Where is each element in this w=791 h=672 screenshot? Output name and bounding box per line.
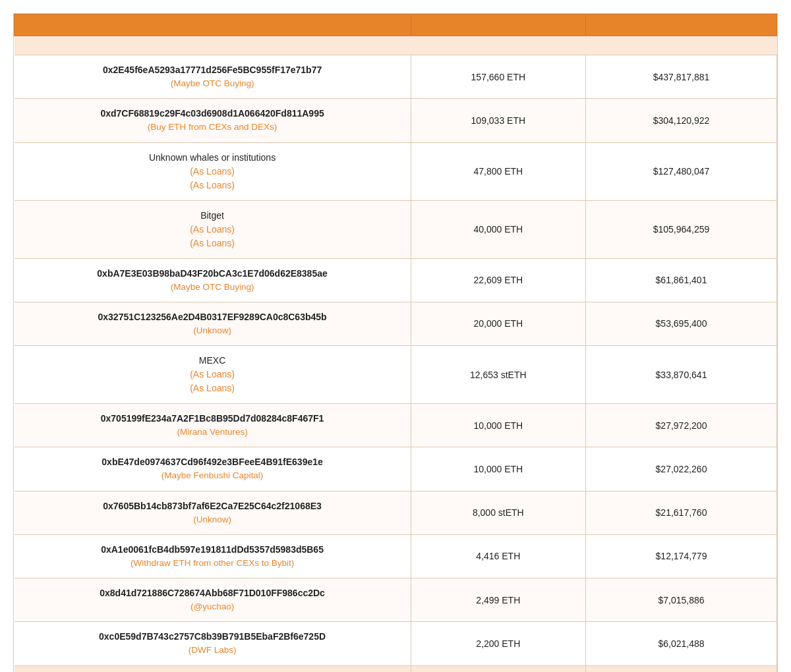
amount-cell: 10,000 ETH (411, 447, 585, 491)
table-row: 0xbE47de0974637Cd96f492e3BFeeE4B91fE639e… (15, 447, 777, 491)
table-row: Bitget(As Loans)(As Loans)40,000 ETH$105… (15, 200, 777, 258)
table-row: 0xbA7E3E03B98baD43F20bCA3c1E7d06d62E8385… (15, 258, 777, 302)
entity-address: 0xc0E59d7B743c2757C8b39B791B5EbaF2Bf6e72… (28, 630, 397, 644)
value-cell: $127,480,047 (586, 142, 777, 200)
amount-cell: 12,653 stETH (411, 346, 585, 404)
table-row: 0x32751C123256Ae2D4B0317EF9289CA0c8C63b4… (15, 302, 777, 345)
entity-label-inline: (As Loans) (190, 180, 235, 190)
value-cell: $12,174,779 (586, 534, 777, 578)
entity-name: Bitget (28, 209, 397, 223)
entity-cell: 0x2E45f6eA5293a17771d256Fe5BC955fF17e71b… (15, 55, 411, 99)
entity-cell: Bitget(As Loans)(As Loans) (15, 200, 411, 258)
entity-label: (Buy ETH from CEXs and DEXs) (28, 121, 397, 134)
entity-cell: Total (15, 665, 411, 672)
entity-label: (Maybe OTC Buying) (28, 77, 397, 90)
entity-cell: 0xd7CF68819c29F4c03d6908d1A066420Fd811A9… (15, 99, 411, 142)
amount-cell: 47,800 ETH (411, 142, 585, 200)
entity-cell: 0x8d41d721886C728674Abb68F71D010FF986cc2… (15, 578, 411, 622)
value-cell: $6,021,488 (586, 622, 777, 665)
amount-cell: 2,499 ETH (411, 578, 585, 622)
value-cell: $27,972,200 (586, 404, 777, 447)
entity-cell: 0xA1e0061fcB4db597e191811dDd5357d5983d5B… (15, 534, 411, 578)
entity-label-inline: (As Loans) (190, 383, 235, 393)
table-row: 0xd7CF68819c29F4c03d6908d1A066420Fd811A9… (15, 99, 777, 142)
amount-cell: 109,033 ETH (411, 99, 585, 142)
amount-cell: 40,000 ETH (411, 200, 585, 258)
value-cell: $105,964,259 (586, 200, 777, 258)
entity-cell: 0x705199fE234a7A2F1Bc8B95Dd7d08284c8F467… (15, 404, 411, 447)
table-row: 0xc0E59d7B743c2757C8b39B791B5EbaF2Bf6e72… (15, 622, 777, 665)
amount-cell: 4,416 ETH (411, 534, 585, 578)
entity-address: 0x7605Bb14cb873bf7af6E2Ca7E25C64c2f21068… (28, 499, 397, 513)
amount-cell: 22,609 ETH (411, 258, 585, 302)
value-cell: $7,015,886 (586, 578, 777, 622)
table-row: 0x8d41d721886C728674Abb68F71D010FF986cc2… (15, 578, 777, 622)
entity-label-inline: (As Loans) (190, 224, 235, 235)
table-row: 0xA1e0061fcB4db597e191811dDd5357d5983d5B… (15, 534, 777, 578)
entity-address: 0xbA7E3E03B98baD43F20bCA3c1E7d06d62E8385… (28, 267, 397, 281)
entity-label-inline: (As Loans) (190, 369, 235, 379)
entity-address: 0xA1e0061fcB4db597e191811dDd5357d5983d5B… (28, 543, 397, 557)
entity-label: (Mirana Ventures) (28, 426, 397, 439)
entity-cell: Unknown whales or institutions(As Loans)… (15, 142, 411, 200)
entity-label-inline: (As Loans) (190, 238, 235, 248)
value-cell: $1,226,634,924 (586, 665, 777, 672)
table-row: MEXC(As Loans)(As Loans)12,653 stETH$33,… (15, 346, 777, 404)
entity-label: (Unknow) (28, 324, 397, 337)
table-row: 0x2E45f6eA5293a17771d256Fe5BC955fF17e71b… (15, 55, 777, 99)
entity-cell: MEXC(As Loans)(As Loans) (15, 346, 411, 404)
entity-label-inline: (As Loans) (190, 166, 235, 177)
entity-address: 0xbE47de0974637Cd96f492e3BFeeE4B91fE639e… (28, 455, 397, 469)
analyzed-by-label (15, 36, 777, 55)
value-cell: $437,817,881 (586, 55, 777, 99)
amount-cell: 8,000 stETH (411, 491, 585, 534)
entity-address: 0x32751C123256Ae2D4B0317EF9289CA0c8C63b4… (28, 310, 397, 324)
entity-label: (Withdraw ETH from other CEXs to Bybit) (28, 557, 397, 570)
value-cell: $33,870,641 (586, 346, 777, 404)
entity-address: 0x705199fE234a7A2F1Bc8B95Dd7d08284c8F467… (28, 412, 397, 426)
col-header-value (586, 14, 777, 36)
entity-address: 0xd7CF68819c29F4c03d6908d1A066420Fd811A9… (28, 107, 397, 121)
entity-address: 0x8d41d721886C728674Abb68F71D010FF986cc2… (28, 586, 397, 600)
table-row: Total446,870 ETH$1,226,634,924 (15, 665, 777, 672)
entity-name: Unknown whales or institutions (28, 151, 397, 165)
entity-label: (Maybe OTC Buying) (28, 281, 397, 294)
amount-cell: 20,000 ETH (411, 302, 585, 345)
value-cell: $61,861,401 (586, 258, 777, 302)
entity-name: MEXC (28, 354, 397, 368)
table-row: Unknown whales or institutions(As Loans)… (15, 142, 777, 200)
entity-cell: 0x32751C123256Ae2D4B0317EF9289CA0c8C63b4… (15, 302, 411, 345)
entity-cell: 0xbE47de0974637Cd96f492e3BFeeE4B91fE639e… (15, 447, 411, 491)
value-cell: $53,695,400 (586, 302, 777, 345)
col-header-amount (411, 14, 585, 36)
amount-cell: 2,200 ETH (411, 622, 585, 665)
entity-address: 0x2E45f6eA5293a17771d256Fe5BC955fF17e71b… (28, 63, 397, 77)
value-cell: $304,120,922 (586, 99, 777, 142)
table-row: 0x7605Bb14cb873bf7af6E2Ca7E25C64c2f21068… (15, 491, 777, 534)
amount-cell: 10,000 ETH (411, 404, 585, 447)
entity-label: (DWF Labs) (28, 644, 397, 657)
eth-transfer-table: 0x2E45f6eA5293a17771d256Fe5BC955fF17e71b… (14, 14, 777, 672)
value-cell: $27,022,260 (586, 447, 777, 491)
entity-label: (@yuchao) (28, 600, 397, 613)
amount-cell: 446,870 ETH (411, 665, 585, 672)
value-cell: $21,617,760 (586, 491, 777, 534)
entity-label: (Maybe Fenbushi Capital) (28, 469, 397, 482)
col-header-entity (15, 14, 411, 36)
main-table-wrapper: 0x2E45f6eA5293a17771d256Fe5BC955fF17e71b… (13, 13, 778, 672)
entity-cell: 0x7605Bb14cb873bf7af6E2Ca7E25C64c2f21068… (15, 491, 411, 534)
entity-label: (Unknow) (28, 513, 397, 526)
entity-cell: 0xbA7E3E03B98baD43F20bCA3c1E7d06d62E8385… (15, 258, 411, 302)
table-row: 0x705199fE234a7A2F1Bc8B95Dd7d08284c8F467… (15, 404, 777, 447)
amount-cell: 157,660 ETH (411, 55, 585, 99)
entity-cell: 0xc0E59d7B743c2757C8b39B791B5EbaF2Bf6e72… (15, 622, 411, 665)
